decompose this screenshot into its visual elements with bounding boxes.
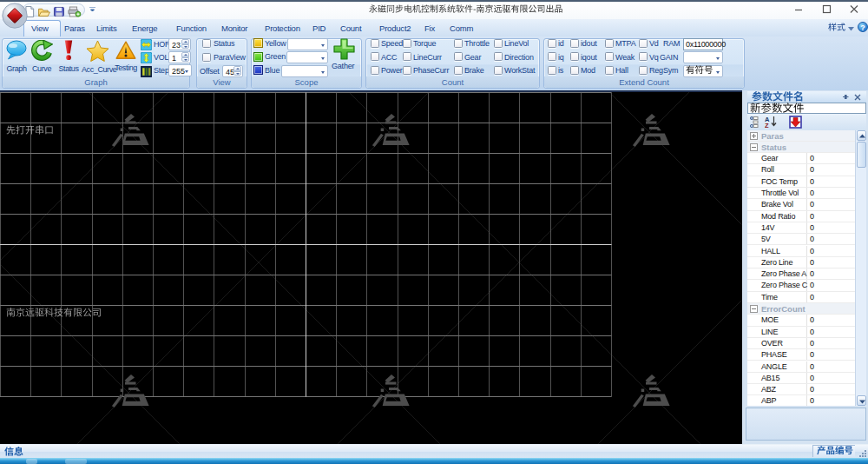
svg-text:Z: Z <box>765 122 769 129</box>
